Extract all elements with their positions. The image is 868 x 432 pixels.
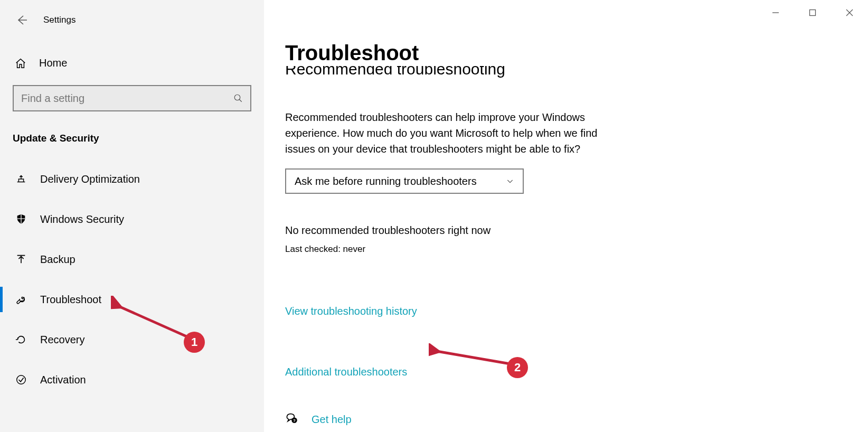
troubleshooter-dropdown[interactable]: Ask me before running troubleshooters [285,168,524,194]
get-help-row[interactable]: ? Get help [285,412,868,427]
backup-icon [15,253,27,265]
sidebar-item-label: Recovery [40,334,84,346]
close-button[interactable] [831,0,868,25]
sidebar-item-label: Backup [40,253,76,266]
svg-point-4 [234,95,240,100]
svg-rect-1 [810,10,816,16]
home-label: Home [39,57,67,69]
svg-point-6 [17,375,26,384]
link-additional-troubleshooters[interactable]: Additional troubleshooters [285,366,868,378]
sidebar-item-label: Delivery Optimization [40,173,140,185]
delivery-icon [15,173,27,185]
sidebar-item-troubleshoot[interactable]: Troubleshoot [0,279,264,320]
window-title: Settings [43,15,76,25]
sidebar-category: Update & Security [0,133,264,144]
page-subtitle: Recommended troubleshooting [285,66,868,78]
content-area: Troubleshoot Recommended troubleshooting… [264,0,868,432]
description-text: Recommended troubleshooters can help imp… [285,109,623,157]
sidebar-home[interactable]: Home [0,50,264,77]
chevron-down-icon [506,177,514,185]
sidebar: Settings Home Update & Security Delivery… [0,0,264,432]
sidebar-item-activation[interactable]: Activation [0,360,264,400]
svg-text:?: ? [293,418,296,423]
dropdown-value: Ask me before running troubleshooters [295,175,477,187]
shield-icon [15,213,27,225]
sidebar-item-windows-security[interactable]: Windows Security [0,199,264,239]
maximize-button[interactable] [794,0,831,25]
wrench-icon [15,294,27,305]
page-title: Troubleshoot [285,41,868,65]
svg-line-5 [239,99,242,102]
sidebar-item-delivery-optimization[interactable]: Delivery Optimization [0,159,264,199]
substatus-text: Last checked: never [285,244,868,255]
minimize-button[interactable] [757,0,794,25]
recovery-icon [15,334,27,345]
search-input[interactable] [21,92,233,105]
check-circle-icon [15,374,27,386]
link-view-history[interactable]: View troubleshooting history [285,305,868,317]
chat-help-icon: ? [285,412,300,427]
home-icon [15,58,26,69]
sidebar-item-recovery[interactable]: Recovery [0,320,264,360]
status-text: No recommended troubleshooters right now [285,224,868,237]
search-box[interactable] [13,85,251,111]
sidebar-item-label: Troubleshoot [40,294,101,306]
back-button[interactable] [15,14,29,26]
annotation-badge-1: 1 [184,332,205,353]
sidebar-item-backup[interactable]: Backup [0,239,264,279]
sidebar-item-label: Activation [40,374,86,386]
sidebar-item-label: Windows Security [40,213,124,226]
search-icon [233,93,243,103]
annotation-badge-2: 2 [507,357,528,378]
get-help-link[interactable]: Get help [312,414,352,426]
